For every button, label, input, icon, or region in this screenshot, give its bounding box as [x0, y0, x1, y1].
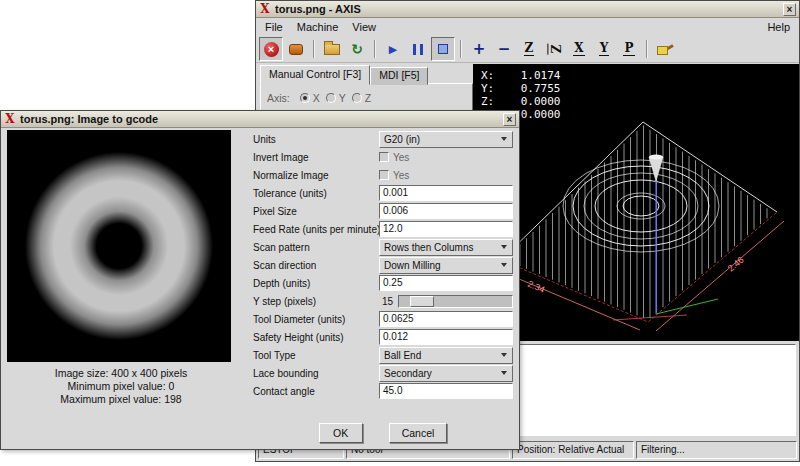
- open-file-button[interactable]: [320, 37, 344, 61]
- dialog-body: Image size: 400 x 400 pixelsMinimum pixe…: [1, 128, 519, 449]
- menu-machine[interactable]: Machine: [290, 19, 346, 35]
- lace-bounding-dropdown[interactable]: Secondary: [379, 365, 513, 382]
- field-label: Tolerance (units): [253, 188, 379, 199]
- toolbar-separator: [646, 40, 648, 58]
- axis-select-row: Axis: XYZ: [261, 84, 472, 112]
- axis-close-button[interactable]: [783, 3, 796, 16]
- scan-direction-dropdown[interactable]: Down Milling: [379, 257, 513, 274]
- field-label: Normalize Image: [253, 170, 379, 181]
- view-z-rot-icon: [547, 44, 561, 55]
- tool-type-dropdown[interactable]: Ball End: [379, 347, 513, 364]
- dimension-x-label: 2.34: [526, 279, 546, 295]
- feed-rate-units-per-minute-input[interactable]: 12.0: [379, 221, 513, 237]
- field-label: Pixel Size: [253, 206, 379, 217]
- view-x-icon: [573, 42, 584, 56]
- view-z-button[interactable]: [517, 37, 541, 61]
- view-y-button[interactable]: [592, 37, 616, 61]
- run-button[interactable]: [381, 37, 405, 61]
- stop-button[interactable]: [431, 37, 455, 61]
- axis-window-title: torus.png - AXIS: [275, 3, 779, 15]
- tool-diameter-units-input[interactable]: 0.0625: [379, 311, 513, 327]
- dialog-title: torus.png: Image to gcode: [20, 113, 499, 125]
- open-file-icon: [324, 44, 340, 55]
- view-x-button[interactable]: [567, 37, 591, 61]
- machine-power-button[interactable]: [284, 37, 308, 61]
- ok-button[interactable]: OK: [319, 423, 363, 443]
- field-row-contact-angle: Contact angle45.0: [253, 382, 513, 400]
- safety-height-units-input[interactable]: 0.012: [379, 329, 513, 345]
- field-row-scan-direction: Scan directionDown Milling: [253, 256, 513, 274]
- scan-pattern-dropdown[interactable]: Rows then Columns: [379, 239, 513, 256]
- field-label: Feed Rate (units per minute): [253, 224, 379, 235]
- field-label: Units: [253, 134, 379, 145]
- axis-menubar: FileMachineViewHelp: [256, 18, 799, 36]
- status-position: Position: Relative Actual: [512, 441, 634, 459]
- view-z-rot-button[interactable]: [542, 37, 566, 61]
- dro-line: X: 1.0174: [481, 69, 560, 82]
- field-label: Safety Height (units): [253, 332, 379, 343]
- estop-button[interactable]: [259, 37, 283, 61]
- dialog-buttons: OK Cancel: [253, 423, 513, 443]
- menu-view[interactable]: View: [345, 19, 383, 35]
- reload-icon: [351, 42, 363, 56]
- y-step-pixels-slider[interactable]: [398, 295, 513, 308]
- field-row-invert-image: Invert ImageYes: [253, 148, 513, 166]
- options-form: UnitsG20 (in)Invert ImageYesNormalize Im…: [253, 130, 513, 400]
- field-label: Tool Diameter (units): [253, 314, 379, 325]
- field-label: Scan direction: [253, 260, 379, 271]
- cancel-button[interactable]: Cancel: [389, 423, 448, 443]
- axis-titlebar[interactable]: torus.png - AXIS: [256, 1, 799, 18]
- tab-manual-control[interactable]: Manual Control [F3]: [260, 65, 370, 85]
- view-p-icon: [623, 42, 634, 56]
- tab-mdi[interactable]: MDI [F5]: [370, 67, 428, 85]
- dro-line: Z: 0.0000: [481, 95, 560, 108]
- tab-bar: Manual Control [F3]MDI [F5]: [260, 65, 428, 85]
- reload-button[interactable]: [345, 37, 369, 61]
- zoom-in-button[interactable]: [467, 37, 491, 61]
- field-label: Depth (units): [253, 278, 379, 289]
- chevron-down-icon: [501, 353, 507, 357]
- axis-label: Axis:: [267, 92, 290, 104]
- image-info-line: Maximum pixel value: 198: [1, 393, 241, 406]
- machine-power-icon: [289, 44, 303, 55]
- normalize-image-checkbox[interactable]: [379, 170, 389, 180]
- toolbar-separator: [313, 40, 315, 58]
- field-label: Y step (pixels): [253, 296, 379, 307]
- field-row-feed-rate-units-per-minute: Feed Rate (units per minute)12.0: [253, 220, 513, 238]
- tolerance-units-input[interactable]: 0.001: [379, 185, 513, 201]
- field-row-lace-bounding: Lace boundingSecondary: [253, 364, 513, 382]
- tool-cone: [649, 157, 663, 181]
- zoom-in-icon: [473, 42, 486, 56]
- field-row-tolerance-units: Tolerance (units)0.001: [253, 184, 513, 202]
- invert-image-checkbox[interactable]: [379, 152, 389, 162]
- menu-help[interactable]: Help: [760, 19, 797, 35]
- axis-radio-z[interactable]: Z: [352, 92, 371, 104]
- chevron-down-icon: [501, 245, 507, 249]
- zoom-out-button[interactable]: [492, 37, 516, 61]
- view-p-button[interactable]: [617, 37, 641, 61]
- axis-radio-x[interactable]: X: [300, 92, 320, 104]
- field-label: Scan pattern: [253, 242, 379, 253]
- units-dropdown[interactable]: G20 (in): [379, 131, 513, 148]
- dialog-titlebar[interactable]: torus.png: Image to gcode: [1, 111, 519, 128]
- radio-icon: [300, 93, 310, 103]
- field-label: Invert Image: [253, 152, 379, 163]
- clear-plot-button[interactable]: [653, 37, 677, 61]
- depth-units-input[interactable]: 0.25: [379, 275, 513, 291]
- field-row-normalize-image: Normalize ImageYes: [253, 166, 513, 184]
- pause-button[interactable]: [406, 37, 430, 61]
- axis-radio-y[interactable]: Y: [326, 92, 346, 104]
- image-info-line: Minimum pixel value: 0: [1, 380, 241, 393]
- menu-file[interactable]: File: [258, 19, 290, 35]
- run-icon: [389, 44, 397, 55]
- preview-3d[interactable]: 2.34 2.46 X: 1.0174Y: 0.7755Z: 0.0000 0.…: [473, 64, 799, 341]
- clear-plot-icon: [657, 42, 673, 56]
- contact-angle-input[interactable]: 45.0: [379, 383, 513, 399]
- toolbar-separator: [374, 40, 376, 58]
- pixel-size-input[interactable]: 0.006: [379, 203, 513, 219]
- slider-thumb[interactable]: [410, 296, 434, 307]
- field-row-tool-type: Tool TypeBall End: [253, 346, 513, 364]
- chevron-down-icon: [501, 263, 507, 267]
- dimension-line-y: [656, 221, 784, 331]
- dialog-close-button[interactable]: [503, 113, 516, 126]
